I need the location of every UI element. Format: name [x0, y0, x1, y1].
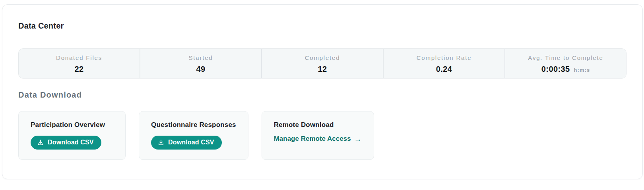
card-title: Participation Overview [31, 121, 113, 129]
card-title: Questionnaire Responses [151, 121, 236, 129]
download-icon [157, 139, 165, 146]
stat-completion-rate: Completion Rate 0.24 [383, 49, 504, 78]
stat-label: Donated Files [56, 54, 102, 61]
stat-donated-files: Donated Files 22 [19, 49, 140, 78]
data-center-panel: Data Center Donated Files 22 Started 49 … [2, 4, 643, 179]
stats-bar: Donated Files 22 Started 49 Completed 12… [18, 48, 627, 79]
stat-avg-time: Avg. Time to Complete 0:00:35 h:m:s [504, 49, 626, 78]
download-csv-label: Download CSV [168, 139, 214, 146]
page-title: Data Center [18, 21, 64, 31]
manage-remote-access-link[interactable]: Manage Remote Access → [274, 135, 362, 143]
manage-remote-access-label: Manage Remote Access [274, 135, 351, 143]
stat-started: Started 49 [140, 49, 261, 78]
stat-value-row: 0:00:35 h:m:s [541, 65, 590, 74]
arrow-right-icon: → [354, 135, 362, 143]
stat-label: Completion Rate [417, 54, 472, 61]
stat-value: 22 [74, 65, 83, 74]
download-csv-button[interactable]: Download CSV [151, 136, 222, 150]
stat-value: 0.24 [436, 65, 452, 74]
download-csv-button[interactable]: Download CSV [31, 136, 101, 150]
stat-value: 49 [196, 65, 205, 74]
card-questionnaire-responses: Questionnaire Responses Download CSV [139, 111, 248, 160]
stat-value: 0:00:35 [541, 65, 570, 74]
stat-label: Started [189, 54, 213, 61]
card-remote-download: Remote Download Manage Remote Access → [262, 111, 374, 160]
stat-label: Avg. Time to Complete [528, 54, 603, 61]
stat-label: Completed [305, 54, 340, 61]
section-title-data-download: Data Download [18, 90, 82, 100]
stat-value: 12 [318, 65, 327, 74]
download-cards-row: Participation Overview Download CSV Ques… [18, 111, 374, 160]
stat-completed: Completed 12 [261, 49, 383, 78]
card-title: Remote Download [274, 121, 362, 129]
download-csv-label: Download CSV [48, 139, 94, 146]
stat-unit: h:m:s [574, 67, 590, 73]
card-participation-overview: Participation Overview Download CSV [18, 111, 126, 160]
download-icon [37, 139, 44, 146]
